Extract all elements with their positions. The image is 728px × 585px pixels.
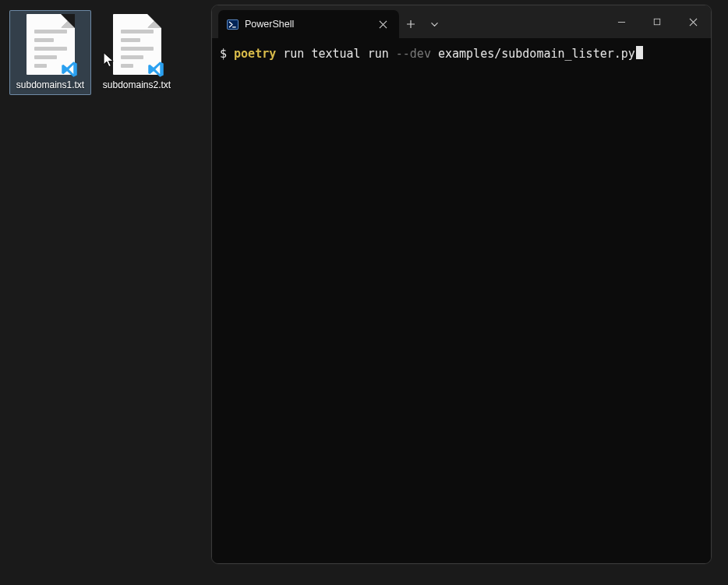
new-tab-button[interactable] — [399, 12, 422, 36]
tab-dropdown-button[interactable] — [422, 12, 446, 36]
powershell-icon — [226, 18, 239, 30]
file-icon-subdomains2[interactable]: subdomains2.txt — [96, 10, 178, 95]
tab-actions — [399, 10, 446, 38]
text-file-icon — [113, 14, 161, 75]
text-file-icon — [27, 14, 75, 75]
maximize-button[interactable] — [639, 5, 675, 38]
tab-close-button[interactable] — [374, 16, 391, 33]
terminal-body[interactable]: $ poetry run textual run --dev examples/… — [212, 38, 711, 563]
minimize-button[interactable] — [603, 5, 639, 38]
command-token: textual — [311, 47, 360, 61]
command-token: run — [283, 47, 304, 61]
file-icon-subdomains1[interactable]: subdomains1.txt — [9, 10, 91, 95]
vscode-badge-icon — [146, 59, 166, 79]
close-window-button[interactable] — [675, 5, 711, 38]
window-controls — [603, 5, 711, 38]
desktop-area: subdomains1.txt subdomains2.txt — [9, 10, 178, 95]
vscode-badge-icon — [59, 59, 80, 79]
tab-title: PowerShell — [245, 19, 368, 30]
command-token: run — [368, 47, 389, 61]
command-flag: --dev — [396, 47, 431, 61]
terminal-titlebar[interactable]: PowerShell — [212, 5, 711, 38]
command-token: poetry — [234, 47, 276, 61]
prompt-symbol: $ — [220, 47, 227, 61]
terminal-window: PowerShell $ poetry run textual — [211, 5, 712, 564]
svg-rect-1 — [654, 19, 660, 25]
command-token: examples/subdomain_lister.py — [438, 47, 635, 61]
file-label: subdomains1.txt — [16, 79, 84, 90]
tab-powershell[interactable]: PowerShell — [218, 10, 399, 38]
file-label: subdomains2.txt — [103, 79, 171, 90]
terminal-caret-icon — [636, 46, 643, 59]
